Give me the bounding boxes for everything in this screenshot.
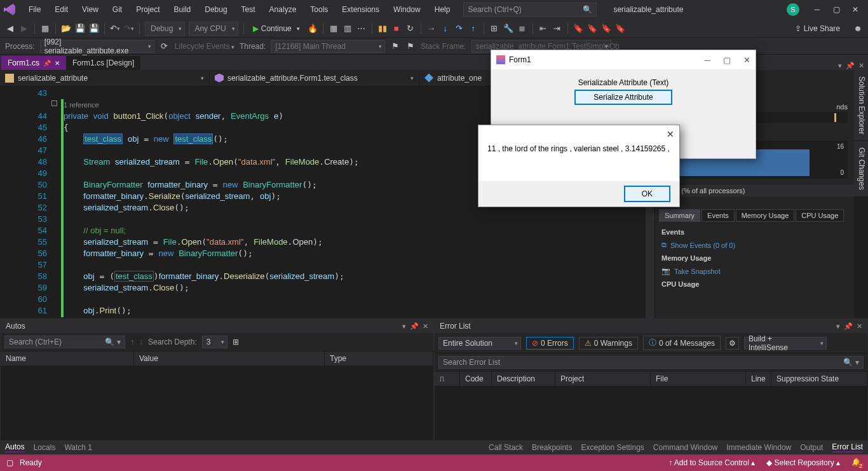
btab-errorlist[interactable]: Error List <box>832 442 863 453</box>
depth-combo[interactable]: 3 <box>202 336 227 348</box>
panel-dropdown-icon[interactable]: ▾ <box>836 322 840 331</box>
redo-icon[interactable]: ↷ <box>124 24 134 34</box>
save-icon[interactable]: 💾 <box>75 24 85 34</box>
messagebox-close-button[interactable]: ✕ <box>667 129 674 139</box>
align-right-icon[interactable]: ⇥ <box>552 24 562 34</box>
bookmark1-icon[interactable]: 🔖 <box>573 24 583 34</box>
menu-test[interactable]: Test <box>236 3 261 17</box>
lifecycle-combo[interactable]: Lifecycle Events <box>175 42 234 51</box>
quick-launch-search[interactable]: Search (Ctrl+Q) 🔍 <box>463 3 597 17</box>
output-toggle-icon[interactable]: ▢ <box>6 458 13 467</box>
pin-icon[interactable]: 📌 <box>43 60 51 67</box>
col-icon[interactable]: ⎍ <box>435 372 460 386</box>
new-project-icon[interactable]: ▦ <box>40 24 50 34</box>
diag-tab-memory[interactable]: Memory Usage <box>736 209 795 222</box>
btab-exceptions[interactable]: Exception Settings <box>581 443 644 452</box>
select-repository[interactable]: ◆ Select Repository ▴ <box>766 458 840 467</box>
tab-form1-cs[interactable]: Form1.cs📌✕ <box>1 55 66 70</box>
form1-minimize-button[interactable]: ─ <box>705 55 710 65</box>
errorlist-scope-combo[interactable]: Entire Solution <box>438 337 521 350</box>
minimize-button[interactable]: ─ <box>813 5 821 14</box>
col-suppression[interactable]: Suppression State <box>771 372 867 386</box>
step-into-icon[interactable]: ↓ <box>440 24 451 34</box>
bookmark2-icon[interactable]: 🔖 <box>587 24 597 34</box>
diag-tab-cpu[interactable]: CPU Usage <box>796 209 844 222</box>
restart-icon[interactable]: ↻ <box>405 24 416 34</box>
btab-autos[interactable]: Autos <box>5 442 25 453</box>
flags-icon[interactable]: ⚑ <box>405 41 416 51</box>
col-name[interactable]: Name <box>1 352 134 365</box>
menu-window[interactable]: Window <box>388 3 426 17</box>
tab-git-changes[interactable]: Git Changes <box>854 141 868 197</box>
thread-combo[interactable]: [12168] Main Thread <box>271 40 385 53</box>
btab-watch1[interactable]: Watch 1 <box>64 443 92 452</box>
forward-icon[interactable]: ▶ <box>19 24 29 34</box>
col-desc[interactable]: Description <box>492 372 555 386</box>
messagebox-ok-button[interactable]: OK <box>624 186 670 202</box>
nav-down-icon[interactable]: ↓ <box>139 338 143 346</box>
codelens-references[interactable]: 1 reference <box>64 101 99 109</box>
btab-locals[interactable]: Locals <box>34 443 56 452</box>
diag-tab-summary[interactable]: Summary <box>659 209 700 222</box>
app-icon[interactable]: ▥ <box>342 24 353 34</box>
config-combo[interactable]: Debug <box>145 22 185 36</box>
menu-view[interactable]: View <box>76 3 104 17</box>
menu-build[interactable]: Build <box>168 3 197 17</box>
align-left-icon[interactable]: ⇤ <box>538 24 548 34</box>
col-code[interactable]: Code <box>460 372 492 386</box>
panel-pin-icon[interactable]: 📌 <box>844 322 853 331</box>
col-line[interactable]: Line <box>746 372 771 386</box>
continue-button[interactable]: ▶Continue▾ <box>249 24 304 33</box>
menu-tools[interactable]: Tools <box>304 3 334 17</box>
menu-extensions[interactable]: Extensions <box>336 3 385 17</box>
notifications-icon[interactable]: 🔔 <box>851 458 862 468</box>
menu-git[interactable]: Git <box>107 3 128 17</box>
menu-help[interactable]: Help <box>429 3 456 17</box>
tab-close-icon[interactable]: ✕ <box>55 60 60 67</box>
nav-up-icon[interactable]: ↑ <box>130 338 134 346</box>
process-combo[interactable]: [992] serializable_attribute.exe <box>40 40 154 53</box>
tab-dropdown-icon[interactable]: ▾ <box>838 62 842 70</box>
step-next-icon[interactable]: → <box>426 24 437 34</box>
bookmark4-icon[interactable]: 🔖 <box>615 24 625 34</box>
tab-close-all-icon[interactable]: ✕ <box>858 62 864 70</box>
lifecycle-icon[interactable]: ⟳ <box>159 41 170 51</box>
col-file[interactable]: File <box>651 372 746 386</box>
cpu-section-header[interactable]: CPU (% of all processors) <box>655 185 854 196</box>
user-avatar[interactable]: S <box>787 3 799 16</box>
col-type[interactable]: Type <box>325 352 433 365</box>
toolbox-icon[interactable]: ⊞ <box>489 24 499 34</box>
filter-icon[interactable]: ⚙ <box>726 337 739 350</box>
tool-icon-1[interactable]: ⊞ <box>233 338 239 346</box>
bookmark3-icon[interactable]: 🔖 <box>601 24 611 34</box>
outline-collapse-icon[interactable]: - <box>51 100 57 106</box>
form1-titlebar[interactable]: Form1 ─ ▢ ✕ <box>491 50 756 69</box>
nav-scope-combo[interactable]: serializable_attribute <box>0 70 210 86</box>
menu-edit[interactable]: Edit <box>49 3 74 17</box>
panel-pin-icon[interactable]: 📌 <box>410 322 419 331</box>
open-icon[interactable]: 📂 <box>61 24 71 34</box>
panel-dropdown-icon[interactable]: ▾ <box>402 322 406 331</box>
live-share-button[interactable]: ⇪Live Share <box>795 24 840 33</box>
panel-close-icon[interactable]: ✕ <box>857 322 862 331</box>
tab-solution-explorer[interactable]: Solution Explorer <box>854 70 868 141</box>
serialize-attribute-button[interactable]: Serialize Attribute <box>574 90 672 105</box>
step-out-icon[interactable]: ↑ <box>468 24 478 34</box>
menu-debug[interactable]: Debug <box>199 3 233 17</box>
btab-callstack[interactable]: Call Stack <box>489 443 523 452</box>
add-source-control[interactable]: ↑ Add to Source Control ▴ <box>668 458 755 467</box>
panel-close-icon[interactable]: ✕ <box>423 322 428 331</box>
undo-icon[interactable]: ↶ <box>110 24 120 34</box>
diag-tab-events[interactable]: Events <box>702 209 735 222</box>
messages-filter[interactable]: ⓘ0 of 4 Messages <box>643 336 721 350</box>
build-intellisense-combo[interactable]: Build + IntelliSense <box>744 337 827 350</box>
col-project[interactable]: Project <box>555 372 651 386</box>
more-icon[interactable]: ⋯ <box>356 24 367 34</box>
stop-icon[interactable]: ■ <box>391 24 402 34</box>
btab-breakpoints[interactable]: Breakpoints <box>532 443 572 452</box>
menu-project[interactable]: Project <box>130 3 165 17</box>
save-all-icon[interactable]: 💾 <box>89 24 99 34</box>
nav-type-combo[interactable]: serializable_attribute.Form1.test_class <box>210 70 419 86</box>
btab-immediate[interactable]: Immediate Window <box>726 443 791 452</box>
take-snapshot-link[interactable]: 📷 Take Snapshot <box>661 264 848 278</box>
